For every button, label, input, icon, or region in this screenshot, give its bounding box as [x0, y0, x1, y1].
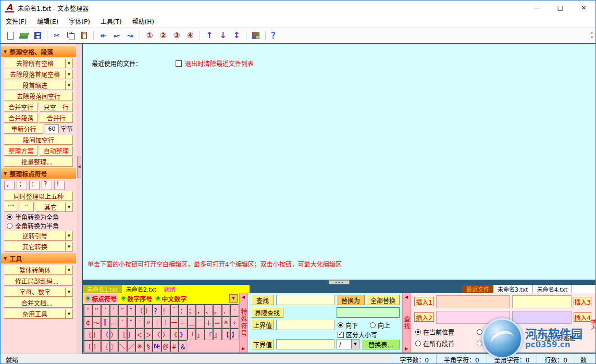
move-up-button[interactable]: ↑: [203, 29, 216, 42]
punct-button[interactable]: ：: [29, 181, 40, 190]
symbol-button[interactable]: ）: [144, 304, 153, 316]
symbol-button[interactable]: （: [135, 304, 144, 316]
sidebar-section-header[interactable]: ▼整理空格、段落: [1, 46, 76, 57]
punct-button[interactable]: ；: [17, 181, 27, 190]
sidebar-button[interactable]: 合并段落: [4, 113, 38, 123]
insert-2-input[interactable]: [436, 311, 510, 324]
symbol-button[interactable]: ·: [230, 304, 239, 316]
replace-all-button[interactable]: 全部替换: [366, 295, 400, 305]
symbol-button[interactable]: ’: [109, 304, 118, 316]
close-button[interactable]: ✕: [572, 1, 595, 15]
symbol-button[interactable]: …: [109, 316, 118, 328]
find-input[interactable]: [276, 295, 334, 305]
lower-bound-input[interactable]: [276, 339, 334, 349]
symbol-button[interactable]: ＠: [161, 340, 170, 352]
symbol-button[interactable]: №: [152, 340, 161, 352]
symbol-button[interactable]: ‖: [101, 316, 109, 328]
toolbar-overflow-button[interactable]: » »: [589, 29, 595, 42]
punct-button[interactable]: ？: [42, 181, 52, 190]
symbol-button[interactable]: ＃: [170, 340, 179, 352]
symbol-button[interactable]: ＼: [118, 340, 127, 352]
symbol-button[interactable]: ）: [109, 328, 118, 340]
dropdown-arrow-icon[interactable]: ▼: [65, 231, 72, 240]
symbol-button[interactable]: ‘: [101, 304, 109, 316]
symbol-button[interactable]: ＞: [144, 328, 153, 340]
rejoin-bytes-input[interactable]: [45, 124, 59, 133]
sidebar-button[interactable]: 去除所有空格▼: [4, 58, 73, 68]
sidebar-button[interactable]: 自动整理: [40, 146, 73, 156]
symbol-button[interactable]: ：: [178, 304, 187, 316]
move-updown-button[interactable]: ↕: [230, 29, 243, 42]
next-mark-button[interactable]: ↝: [123, 29, 137, 42]
insert-2-button[interactable]: 插入2: [414, 312, 434, 322]
range-find-button[interactable]: 界限查找: [251, 307, 283, 318]
find-button[interactable]: 查找: [251, 295, 274, 305]
goto-editor-3-button[interactable]: ③: [170, 29, 183, 42]
symbol-button[interactable]: ｝: [92, 328, 101, 340]
sidebar-button[interactable]: 修正局部乱码．．: [4, 276, 73, 286]
symbol-button[interactable]: ＋: [204, 316, 213, 328]
symbol-button[interactable]: ￠: [83, 316, 92, 328]
sidebar-button[interactable]: 重新分行: [4, 124, 43, 134]
open-file-button[interactable]: [17, 29, 31, 42]
dropdown-arrow-icon[interactable]: ▼: [65, 287, 72, 296]
menu-item[interactable]: 编辑(E): [32, 15, 64, 27]
menu-item[interactable]: 工具(T): [95, 15, 127, 27]
sidebar-button[interactable]: 合并文档．．: [4, 298, 73, 308]
symbol-button[interactable]: ′: [118, 316, 127, 328]
dropdown-arrow-icon[interactable]: ▼: [65, 70, 72, 79]
sidebar-button[interactable]: 批量整理．．: [4, 157, 73, 167]
sidebar-button[interactable]: 其它转换▼: [4, 242, 73, 252]
punct-button[interactable]: ！: [54, 181, 65, 190]
symbol-button[interactable]: 、: [204, 304, 213, 316]
replace-button[interactable]: 替换为: [337, 295, 365, 305]
punct-button[interactable]: ，: [4, 181, 15, 190]
prev-mark-button[interactable]: ↜: [110, 29, 123, 42]
symbol-button[interactable]: 【: [221, 328, 230, 340]
symbol-button[interactable]: ＿: [187, 316, 196, 328]
sidebar-section-header[interactable]: ▼整理标点符号: [1, 168, 76, 179]
sidebar-radio[interactable]: 半角转换为全角: [1, 212, 77, 221]
sidebar-button[interactable]: 合并空行: [4, 102, 38, 112]
special-symbols-strip[interactable]: ◀ 特殊符号 ▶: [239, 293, 248, 353]
sidebar-section-header[interactable]: ▼工具: [1, 253, 76, 263]
symbol-button[interactable]: ￣: [195, 316, 204, 328]
replace-input[interactable]: [337, 307, 400, 318]
symbol-button[interactable]: 〉: [161, 328, 170, 340]
symbol-button[interactable]: 」: [195, 328, 204, 340]
sidebar-button[interactable]: 去除段落首尾空格▼: [4, 69, 73, 79]
symbol-button[interactable]: ？: [152, 304, 161, 316]
dropdown-arrow-icon[interactable]: ▼: [65, 266, 72, 274]
insert-at-all-para-starts-radio[interactable]: 在所有段首: [415, 339, 454, 348]
symbol-button[interactable]: 』: [213, 328, 221, 340]
symbol-button[interactable]: ｜: [152, 316, 161, 328]
arrange-editors-button[interactable]: [249, 29, 263, 42]
symbol-button[interactable]: “: [118, 304, 127, 316]
dropdown-arrow-icon[interactable]: ▼: [65, 203, 72, 211]
sidebar-button[interactable]: 段间加空行: [4, 135, 73, 145]
copy-button[interactable]: [64, 29, 77, 42]
editor-tab[interactable]: 未命名3.txt: [493, 285, 533, 293]
find-strip[interactable]: ◀ 查找 ▶: [402, 293, 411, 353]
symbol-button[interactable]: ／: [127, 340, 135, 352]
vertical-splitter[interactable]: ◀: [77, 44, 82, 354]
sidebar-button[interactable]: 逆转引号▼: [4, 231, 73, 241]
strip-left-icon[interactable]: ◀: [405, 295, 408, 299]
goto-editor-2-button[interactable]: ②: [156, 29, 170, 42]
menu-item[interactable]: 文件(F): [1, 15, 32, 27]
symbol-button[interactable]: ＝: [213, 316, 221, 328]
menu-item[interactable]: 字体(P): [64, 15, 95, 27]
symbol-button[interactable]: ，: [195, 304, 204, 316]
symbol-button[interactable]: ÷: [230, 316, 239, 328]
symbol-button[interactable]: 〕: [92, 340, 101, 352]
tab-punctuation-symbols[interactable]: ❀ 标点符号: [84, 294, 118, 303]
upper-bound-button[interactable]: 上界值: [251, 320, 274, 330]
symbol-button[interactable]: §: [144, 340, 153, 352]
symbol-button[interactable]: ”: [127, 304, 135, 316]
symbol-button[interactable]: 〔: [83, 340, 92, 352]
editor-tab[interactable]: 未命名2.txt: [122, 285, 161, 293]
insert-4-input[interactable]: [512, 311, 572, 324]
symbol-button[interactable]: ＇: [83, 304, 92, 316]
editor-tab[interactable]: 未命名1.txt: [83, 285, 122, 293]
symbols-dropdown-button[interactable]: ▼: [229, 294, 238, 303]
